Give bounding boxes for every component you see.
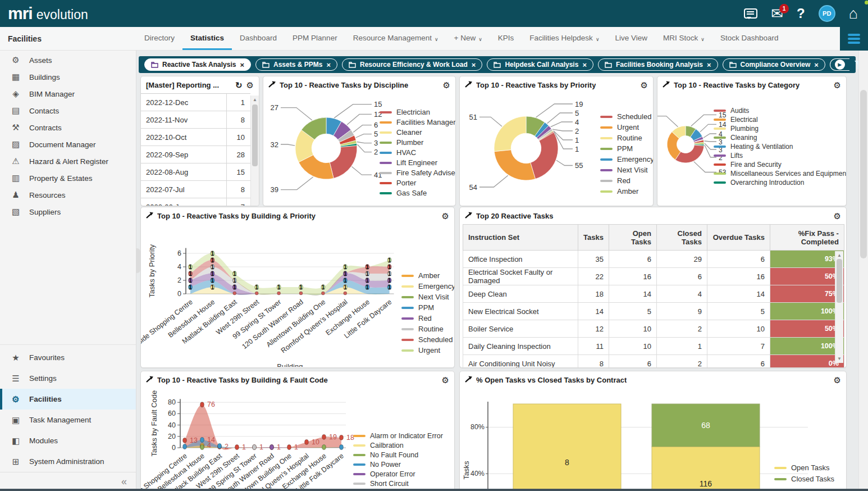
data-point[interactable] bbox=[200, 402, 204, 407]
dashboard-tab-reactive-task-analysis[interactable]: Reactive Task Analysis× bbox=[144, 58, 251, 71]
table-row[interactable]: Deep Clean181441475% bbox=[463, 285, 844, 303]
sidebar-item-favourites[interactable]: ★Favourites bbox=[0, 347, 136, 368]
scroll-down-icon[interactable]: ▼ bbox=[835, 356, 843, 361]
data-point[interactable] bbox=[253, 445, 257, 450]
table-row[interactable]: Daily Cleaning Inspection111017100% bbox=[463, 338, 844, 355]
chat-icon[interactable] bbox=[744, 8, 757, 19]
pie-slice[interactable] bbox=[531, 133, 558, 179]
report-period-row[interactable]: 2022-09-Sep28 bbox=[141, 146, 250, 163]
sidebar-item-property-estates[interactable]: ▥Property & Estates bbox=[0, 170, 136, 187]
column-header[interactable]: Overdue Tasks bbox=[707, 225, 770, 251]
home-icon[interactable]: ⌂ bbox=[849, 6, 858, 21]
nav-tab--new[interactable]: + New∨ bbox=[446, 27, 490, 50]
dashboard-tab-helpdesk-call-analysis[interactable]: Helpdesk Call Analysis× bbox=[487, 58, 593, 71]
close-icon[interactable]: × bbox=[707, 61, 711, 69]
table-row[interactable]: Electrical Socket Faulty or Damaged22166… bbox=[463, 268, 844, 285]
data-point[interactable] bbox=[270, 445, 274, 450]
master-scrollbar[interactable]: ▲ ▼ bbox=[250, 96, 259, 206]
refresh-icon[interactable]: ↻ bbox=[235, 81, 243, 89]
data-point[interactable] bbox=[200, 437, 204, 442]
nav-tab-kpis[interactable]: KPIs bbox=[490, 27, 522, 50]
report-period-row[interactable]: 2022-07-Jul8 bbox=[141, 181, 250, 198]
report-period-row[interactable]: 2022-10-Oct10 bbox=[141, 129, 250, 146]
nav-tab-dashboard[interactable]: Dashboard bbox=[232, 27, 285, 50]
nav-tab-statistics[interactable]: Statistics bbox=[182, 27, 232, 50]
filter-panel-handle[interactable] bbox=[136, 248, 140, 273]
sidebar-item-assets[interactable]: ⚙Assets bbox=[0, 52, 136, 69]
report-period-row[interactable]: 2022-06-Jun7 bbox=[141, 198, 250, 206]
nav-tab-resource-management[interactable]: Resource Management∨ bbox=[345, 27, 446, 50]
table-row[interactable]: Office Inspection35629693% bbox=[463, 251, 844, 268]
data-point[interactable] bbox=[183, 438, 187, 443]
dashboard-tab-facilities-booking-analysis[interactable]: Facilities Booking Analysis× bbox=[598, 58, 718, 71]
report-period-row[interactable]: 2022-08-Aug15 bbox=[141, 163, 250, 181]
gear-icon[interactable]: ⚙ bbox=[442, 376, 449, 384]
sidebar-item-modules[interactable]: ◧Modules bbox=[0, 430, 136, 451]
sidebar-item-settings[interactable]: ☰Settings bbox=[0, 368, 136, 389]
close-icon[interactable]: × bbox=[582, 61, 587, 69]
nav-tab-mri-stock[interactable]: MRI Stock∨ bbox=[655, 27, 712, 50]
table-row[interactable]: Air Conditioning Unit Noisy86260% bbox=[463, 355, 844, 369]
close-icon[interactable]: × bbox=[326, 61, 331, 69]
data-point[interactable] bbox=[340, 445, 344, 450]
data-point[interactable] bbox=[200, 445, 204, 450]
nav-tab-directory[interactable]: Directory bbox=[136, 27, 182, 50]
pie-slice[interactable] bbox=[494, 150, 535, 180]
column-header[interactable]: Closed Tasks bbox=[656, 225, 707, 251]
data-point[interactable] bbox=[235, 445, 239, 450]
data-point[interactable] bbox=[183, 444, 187, 449]
data-point[interactable] bbox=[322, 445, 326, 450]
column-header[interactable]: Instruction Set bbox=[463, 225, 578, 251]
data-point[interactable] bbox=[340, 435, 344, 440]
page-scrollbar[interactable] bbox=[858, 51, 868, 491]
sidebar-item-bim-manager[interactable]: ◈BIM Manager bbox=[0, 85, 136, 102]
sidebar-item-hazard-alert-register[interactable]: ⚠Hazard & Alert Register bbox=[0, 153, 136, 170]
nav-tab-facilities-helpdesk[interactable]: Facilities Helpdesk∨ bbox=[522, 27, 607, 50]
gear-icon[interactable]: ⚙ bbox=[443, 81, 450, 89]
sidebar-item-system-administration[interactable]: ⊞System Administration bbox=[0, 451, 136, 472]
nav-tab-live-view[interactable]: Live View bbox=[607, 27, 655, 50]
close-icon[interactable]: × bbox=[240, 61, 244, 69]
nav-tab-ppm-planner[interactable]: PPM Planner bbox=[285, 27, 345, 50]
avatar[interactable]: PD bbox=[819, 5, 835, 22]
data-point[interactable] bbox=[218, 444, 222, 449]
gear-icon[interactable]: ⚙ bbox=[834, 212, 841, 220]
nav-tab-stock-dashboard[interactable]: Stock Dashboard bbox=[712, 27, 787, 50]
pie-slice[interactable] bbox=[330, 146, 357, 178]
sidebar-item-contracts[interactable]: ⚒Contracts bbox=[0, 119, 136, 136]
play-icon[interactable]: ▶ bbox=[835, 60, 845, 70]
report-period-row[interactable]: 2022-12-Dec1 bbox=[141, 94, 250, 111]
scroll-up-icon[interactable]: ▲ bbox=[251, 97, 259, 102]
sidebar-item-buildings[interactable]: ▦Buildings bbox=[0, 69, 136, 85]
data-point[interactable] bbox=[287, 445, 291, 450]
dashboard-tab-compliance-overview[interactable]: Compliance Overview× bbox=[723, 58, 825, 71]
table-row[interactable]: Boiler Service121021050% bbox=[463, 320, 844, 338]
dashboard-tab-resource-efficiency-work-load[interactable]: Resource Efficiency & Work Load× bbox=[342, 58, 482, 71]
open-tasks-bar-segment[interactable] bbox=[513, 404, 621, 491]
sidebar-item-facilities[interactable]: ⚙Facilities bbox=[0, 389, 136, 410]
close-icon[interactable]: × bbox=[814, 61, 819, 69]
table-scrollbar[interactable]: ▲▼ bbox=[835, 251, 843, 363]
dashboard-tab-assets-ppms[interactable]: Assets & PPMs× bbox=[255, 58, 337, 71]
table-row[interactable]: New Electrical Socket14595100% bbox=[463, 303, 844, 320]
gear-icon[interactable]: ⚙ bbox=[834, 376, 841, 384]
column-header[interactable]: %Fix Pass - Completed bbox=[770, 225, 844, 251]
close-icon[interactable]: × bbox=[472, 61, 476, 69]
sidebar-collapse-button[interactable]: « bbox=[0, 472, 136, 491]
pie-slice[interactable] bbox=[675, 145, 704, 163]
sidebar-item-contacts[interactable]: ▤Contacts bbox=[0, 102, 136, 119]
pie-slice[interactable] bbox=[494, 116, 526, 152]
data-point[interactable] bbox=[322, 434, 326, 439]
help-icon[interactable]: ? bbox=[797, 6, 805, 21]
gear-icon[interactable]: ⚙ bbox=[834, 81, 841, 89]
scroll-up-icon[interactable]: ▲ bbox=[835, 253, 843, 258]
gear-icon[interactable]: ⚙ bbox=[246, 81, 254, 89]
gear-icon[interactable]: ⚙ bbox=[442, 212, 449, 220]
menu-icon[interactable] bbox=[848, 34, 860, 44]
notifications-button[interactable]: ✉ 1 bbox=[771, 6, 783, 21]
sidebar-item-suppliers[interactable]: ▧Suppliers bbox=[0, 203, 136, 220]
column-header[interactable]: Tasks bbox=[578, 225, 609, 251]
column-header[interactable]: Open Tasks bbox=[609, 225, 656, 251]
sidebar-item-resources[interactable]: ♟Resources bbox=[0, 187, 136, 203]
data-point[interactable] bbox=[305, 439, 309, 444]
